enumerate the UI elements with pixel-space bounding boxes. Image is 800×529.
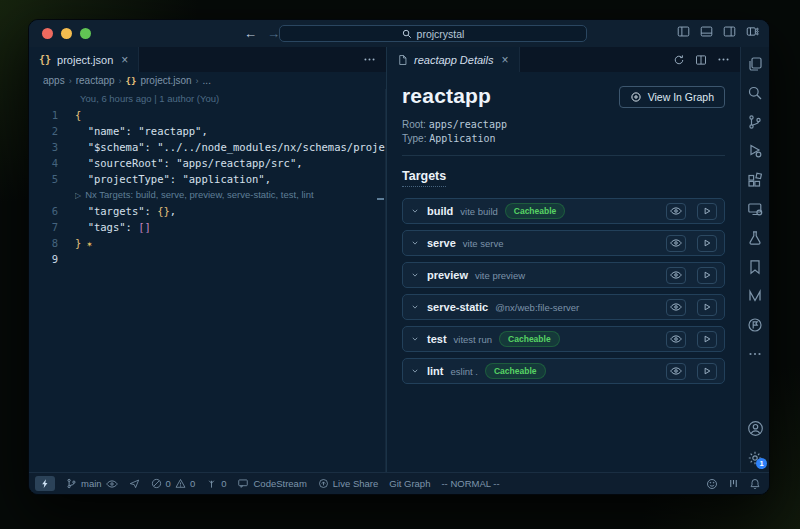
paper-plane-icon bbox=[129, 478, 140, 489]
run-target-button[interactable] bbox=[697, 299, 717, 316]
split-editor-icon[interactable] bbox=[695, 54, 707, 66]
todo-tree-status[interactable]: 0 bbox=[206, 478, 226, 489]
customize-layout-icon[interactable] bbox=[746, 25, 759, 38]
view-in-graph-button[interactable]: View In Graph bbox=[619, 86, 725, 108]
maximize-window-button[interactable] bbox=[80, 28, 91, 39]
close-icon[interactable]: × bbox=[121, 53, 128, 67]
chevron-down-icon[interactable] bbox=[410, 334, 420, 344]
codelens-text[interactable]: Nx Targets: build, serve, preview, serve… bbox=[85, 189, 313, 200]
nx-console-icon[interactable] bbox=[747, 288, 763, 304]
more-actions-icon[interactable] bbox=[717, 53, 730, 66]
breadcrumb-item[interactable]: reactapp bbox=[76, 75, 115, 86]
back-icon[interactable]: ← bbox=[244, 26, 257, 41]
eye-icon bbox=[670, 270, 682, 280]
code-line[interactable]: 6 "targets": {}, bbox=[29, 203, 385, 219]
code-line[interactable]: ▷Nx Targets: build, serve, preview, serv… bbox=[29, 187, 385, 203]
remote-indicator[interactable] bbox=[35, 476, 55, 491]
minimize-window-button[interactable] bbox=[61, 28, 72, 39]
code-editor[interactable]: You, 6 hours ago | 1 author (You)1{2 "na… bbox=[29, 89, 386, 472]
explorer-icon[interactable] bbox=[747, 56, 763, 72]
run-codelens-icon[interactable]: ▷ bbox=[75, 191, 81, 200]
publish-status[interactable] bbox=[129, 478, 140, 489]
status-bar: main 0 0 0 CodeStream Live bbox=[29, 472, 769, 494]
tab-reactapp-details[interactable]: reactapp Details × bbox=[387, 47, 520, 72]
code-line[interactable]: 1{ bbox=[29, 107, 385, 123]
code-token: "tags": bbox=[75, 221, 138, 233]
show-config-button[interactable] bbox=[666, 299, 686, 316]
target-row[interactable]: preview vite preview bbox=[402, 262, 725, 288]
vim-mode-status[interactable]: -- NORMAL -- bbox=[441, 478, 499, 489]
target-row[interactable]: test vitest run Cacheable bbox=[402, 326, 725, 352]
settings-gear-icon[interactable]: 1 bbox=[747, 450, 763, 466]
show-config-button[interactable] bbox=[666, 363, 686, 380]
cacheable-badge: Cacheable bbox=[499, 331, 560, 347]
run-debug-icon[interactable] bbox=[747, 143, 763, 159]
chevron-down-icon[interactable] bbox=[410, 238, 420, 248]
code-line[interactable]: You, 6 hours ago | 1 author (You) bbox=[29, 91, 385, 107]
chevron-down-icon[interactable] bbox=[410, 206, 420, 216]
chevron-down-icon[interactable] bbox=[410, 270, 420, 280]
feedback-smiley-icon[interactable] bbox=[706, 478, 718, 490]
target-row[interactable]: build vite build Cacheable bbox=[402, 198, 725, 224]
status-bar-right bbox=[706, 478, 761, 490]
live-share-status[interactable]: Live Share bbox=[318, 478, 378, 489]
code-line[interactable]: 4 "sourceRoot": "apps/reactapp/src", bbox=[29, 155, 385, 171]
run-target-button[interactable] bbox=[697, 203, 717, 220]
close-window-button[interactable] bbox=[42, 28, 53, 39]
flag-circle-icon[interactable] bbox=[747, 317, 763, 333]
code-line[interactable]: 5 "projectType": "application", bbox=[29, 171, 385, 187]
code-line[interactable]: 3 "$schema": "../../node_modules/nx/sche… bbox=[29, 139, 385, 155]
command-center-search[interactable]: projcrystal bbox=[279, 25, 587, 42]
code-line[interactable]: 8} ✶ bbox=[29, 235, 385, 251]
activity-bar-bottom: 1 bbox=[747, 420, 764, 466]
codestream-status[interactable]: CodeStream bbox=[237, 478, 306, 489]
more-views-icon[interactable] bbox=[747, 346, 763, 362]
breadcrumb-item[interactable]: ... bbox=[203, 75, 211, 86]
more-actions-icon[interactable] bbox=[363, 53, 376, 66]
show-config-button[interactable] bbox=[666, 235, 686, 252]
play-icon bbox=[702, 206, 712, 216]
project-type: Type: Application bbox=[402, 132, 725, 146]
refresh-icon[interactable] bbox=[673, 54, 685, 66]
breadcrumb-item[interactable]: apps bbox=[43, 75, 65, 86]
extensions-icon[interactable] bbox=[747, 172, 763, 188]
show-config-button[interactable] bbox=[666, 203, 686, 220]
close-icon[interactable]: × bbox=[502, 53, 509, 67]
problems-status[interactable]: 0 0 bbox=[151, 478, 196, 489]
line-number: 6 bbox=[29, 203, 75, 219]
eye-icon bbox=[106, 479, 118, 489]
prettier-bars-icon[interactable] bbox=[728, 478, 739, 489]
bookmark-icon[interactable] bbox=[747, 259, 763, 275]
code-line[interactable]: 7 "tags": [] bbox=[29, 219, 385, 235]
blame-annotation: You, 6 hours ago | 1 author (You) bbox=[75, 91, 385, 107]
chevron-down-icon[interactable] bbox=[410, 366, 420, 376]
target-row[interactable]: serve vite serve bbox=[402, 230, 725, 256]
run-target-button[interactable] bbox=[697, 267, 717, 284]
run-target-button[interactable] bbox=[697, 331, 717, 348]
remote-explorer-icon[interactable] bbox=[747, 201, 763, 217]
error-icon bbox=[151, 478, 162, 489]
code-line[interactable]: 2 "name": "reactapp", bbox=[29, 123, 385, 139]
toggle-secondary-sidebar-icon[interactable] bbox=[723, 25, 736, 38]
git-branch-status[interactable]: main bbox=[66, 478, 118, 489]
search-icon[interactable] bbox=[747, 85, 763, 101]
run-target-button[interactable] bbox=[697, 235, 717, 252]
test-flask-icon[interactable] bbox=[747, 230, 763, 246]
toggle-panel-icon[interactable] bbox=[700, 25, 713, 38]
show-config-button[interactable] bbox=[666, 267, 686, 284]
target-row[interactable]: lint eslint . Cacheable bbox=[402, 358, 725, 384]
bell-icon[interactable] bbox=[749, 478, 761, 490]
git-graph-status[interactable]: Git Graph bbox=[389, 478, 430, 489]
tab-project-json[interactable]: {} project.json × bbox=[29, 47, 139, 72]
chevron-down-icon[interactable] bbox=[410, 302, 420, 312]
target-row[interactable]: serve-static @nx/web:file-server bbox=[402, 294, 725, 320]
toggle-sidebar-icon[interactable] bbox=[677, 25, 690, 38]
run-target-button[interactable] bbox=[697, 363, 717, 380]
source-control-icon[interactable] bbox=[747, 114, 763, 130]
history-nav: ← → bbox=[244, 26, 280, 41]
show-config-button[interactable] bbox=[666, 331, 686, 348]
eye-icon bbox=[670, 238, 682, 248]
code-line[interactable]: 9 bbox=[29, 251, 385, 267]
breadcrumb-item[interactable]: project.json bbox=[140, 75, 191, 86]
accounts-icon[interactable] bbox=[747, 420, 764, 437]
